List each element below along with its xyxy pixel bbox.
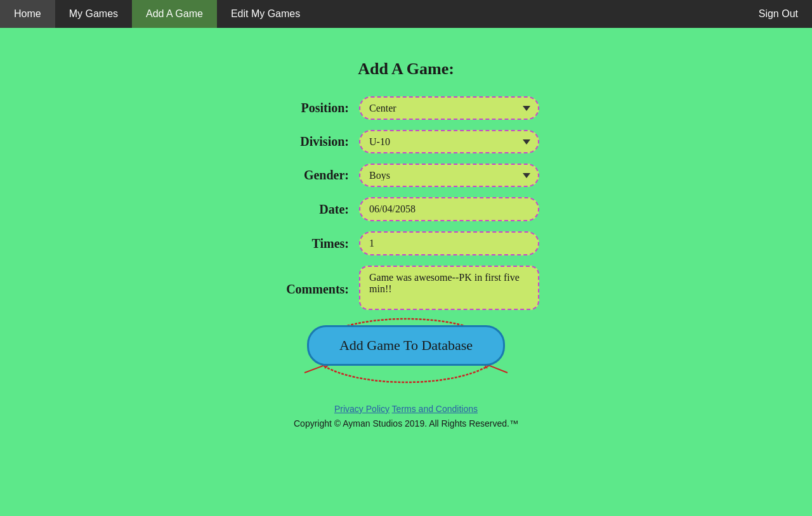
date-wrapper [359, 197, 539, 221]
footer-links: Privacy Policy Terms and Conditions [294, 404, 518, 415]
privacy-policy-link[interactable]: Privacy Policy [334, 404, 390, 414]
comments-wrapper [359, 266, 539, 313]
position-wrapper: Center Forward Defender Goalkeeper Midfi… [359, 96, 539, 120]
position-row: Position: Center Forward Defender Goalke… [273, 96, 539, 120]
button-container: Add Game To Database [307, 325, 505, 366]
gender-wrapper: Boys Girls [359, 164, 539, 187]
comments-row: Comments: [273, 266, 539, 313]
nav-edit-my-games[interactable]: Edit My Games [217, 0, 314, 28]
division-row: Division: U-10 U-12 U-14 U-16 U-18 [273, 130, 539, 153]
footer-copyright: Copyright © Ayman Studios 2019. All Righ… [294, 418, 518, 429]
main-content: Add A Game: Position: Center Forward Def… [0, 28, 812, 448]
add-game-button[interactable]: Add Game To Database [307, 325, 505, 366]
add-game-form: Position: Center Forward Defender Goalke… [273, 96, 539, 313]
nav-sign-out[interactable]: Sign Out [745, 0, 812, 28]
date-input[interactable] [359, 197, 539, 221]
footer: Privacy Policy Terms and Conditions Copy… [294, 404, 518, 448]
date-label: Date: [273, 202, 349, 217]
position-label: Position: [273, 101, 349, 115]
gender-row: Gender: Boys Girls [273, 164, 539, 187]
times-input[interactable] [359, 231, 539, 255]
position-select[interactable]: Center Forward Defender Goalkeeper Midfi… [359, 96, 539, 120]
nav-add-game[interactable]: Add A Game [132, 0, 217, 28]
comments-textarea[interactable] [359, 266, 539, 310]
nav-spacer [314, 0, 745, 28]
division-wrapper: U-10 U-12 U-14 U-16 U-18 [359, 130, 539, 153]
division-label: Division: [273, 134, 349, 149]
times-row: Times: [273, 231, 539, 255]
nav-home[interactable]: Home [0, 0, 55, 28]
page-title: Add A Game: [358, 60, 454, 79]
gender-label: Gender: [273, 168, 349, 183]
terms-conditions-link[interactable]: Terms and Conditions [392, 404, 478, 414]
times-label: Times: [273, 236, 349, 251]
navbar: Home My Games Add A Game Edit My Games S… [0, 0, 812, 28]
division-select[interactable]: U-10 U-12 U-14 U-16 U-18 [359, 130, 539, 153]
nav-my-games[interactable]: My Games [55, 0, 132, 28]
date-row: Date: [273, 197, 539, 221]
comments-label: Comments: [273, 282, 349, 297]
times-wrapper [359, 231, 539, 255]
gender-select[interactable]: Boys Girls [359, 164, 539, 187]
